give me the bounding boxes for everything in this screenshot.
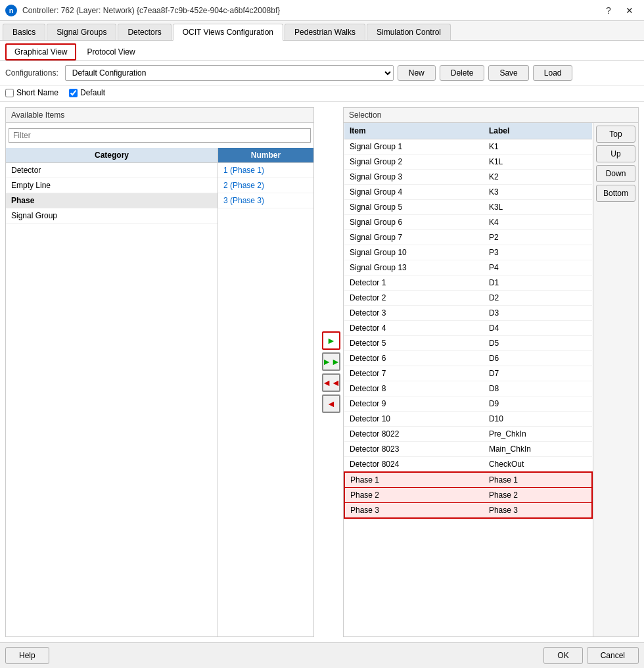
table-row[interactable]: Signal Group 10P3 (344, 245, 592, 260)
filter-input[interactable] (9, 128, 311, 143)
row-item-cell: Signal Group 2 (344, 155, 484, 170)
table-row[interactable]: Detector 1D1 (344, 275, 592, 291)
arrow-left-icon: ◄ (327, 398, 336, 409)
add-all-button[interactable]: ►► (322, 352, 340, 371)
row-label-cell: K3L (484, 200, 592, 215)
help-button[interactable]: Help (5, 647, 49, 664)
category-header: Category (6, 148, 218, 163)
table-row[interactable]: Signal Group 7P2 (344, 230, 592, 245)
row-label-cell: K3 (484, 185, 592, 200)
selection-table-container[interactable]: Item Label Signal Group 1K1Signal Group … (344, 123, 593, 636)
row-label-cell: D6 (484, 351, 592, 366)
short-name-option[interactable]: Short Name (5, 88, 58, 97)
config-select[interactable]: Default Configuration (65, 65, 394, 81)
tab-detectors[interactable]: Detectors (118, 24, 171, 40)
table-row[interactable]: Phase 3Phase 3 (344, 503, 592, 519)
number-column: Number 1 (Phase 1) 2 (Phase 2) 3 (Phase … (218, 148, 313, 636)
row-label-cell: D7 (484, 366, 592, 381)
table-row[interactable]: Detector 3D3 (344, 306, 592, 321)
title-bar: n Controller: 762 (Layer: Network) {c7ea… (0, 0, 644, 21)
new-button[interactable]: New (398, 65, 436, 81)
row-label-cell: K1 (484, 139, 592, 155)
short-name-checkbox[interactable] (5, 89, 14, 97)
table-row[interactable]: Signal Group 13P4 (344, 260, 592, 275)
table-row[interactable]: Signal Group 1K1 (344, 139, 592, 155)
table-row[interactable]: Detector 9D9 (344, 396, 592, 412)
selection-table-wrapper: Item Label Signal Group 1K1Signal Group … (344, 123, 638, 636)
row-item-cell: Phase 3 (344, 503, 484, 519)
top-button[interactable]: Top (596, 126, 635, 143)
row-label-cell: D2 (484, 291, 592, 306)
save-button[interactable]: Save (488, 65, 528, 81)
table-row[interactable]: Detector 4D4 (344, 321, 592, 336)
row-item-cell: Detector 4 (344, 321, 484, 336)
window-controls: ? ✕ (599, 3, 639, 18)
subtab-protocol-view[interactable]: Protocol View (78, 43, 144, 60)
table-row[interactable]: Detector 6D6 (344, 351, 592, 366)
category-signal-group[interactable]: Signal Group (6, 208, 218, 224)
down-button[interactable]: Down (596, 165, 635, 182)
row-label-cell: Phase 1 (484, 472, 592, 488)
table-row[interactable]: Detector 10D10 (344, 412, 592, 427)
tab-ocit-views[interactable]: OCIT Views Configuration (173, 24, 283, 41)
filter-container (6, 123, 313, 148)
table-row[interactable]: Detector 8023Main_ChkIn (344, 442, 592, 457)
bottom-button[interactable]: Bottom (596, 185, 635, 202)
available-items-header: Available Items (6, 108, 313, 123)
table-row[interactable]: Detector 8D8 (344, 381, 592, 396)
category-detector[interactable]: Detector (6, 163, 218, 178)
add-selected-button[interactable]: ► (322, 331, 340, 350)
row-label-cell: Phase 3 (484, 503, 592, 519)
tab-basics[interactable]: Basics (3, 24, 45, 40)
table-row[interactable]: Signal Group 6K4 (344, 215, 592, 230)
remove-selected-button[interactable]: ◄ (322, 394, 340, 413)
row-label-cell: Main_ChkIn (484, 442, 592, 457)
table-row[interactable]: Detector 7D7 (344, 366, 592, 381)
table-row[interactable]: Detector 5D5 (344, 336, 592, 351)
table-row[interactable]: Detector 2D2 (344, 291, 592, 306)
category-phase[interactable]: Phase (6, 193, 218, 208)
delete-button[interactable]: Delete (440, 65, 485, 81)
number-phase3[interactable]: 3 (Phase 3) (218, 193, 313, 208)
tab-simulation[interactable]: Simulation Control (367, 24, 451, 40)
category-empty-line[interactable]: Empty Line (6, 178, 218, 193)
row-item-cell: Phase 1 (344, 472, 484, 488)
default-option[interactable]: Default (69, 88, 105, 97)
up-button[interactable]: Up (596, 145, 635, 162)
close-button[interactable]: ✕ (620, 3, 639, 18)
remove-all-button[interactable]: ◄◄ (322, 373, 340, 392)
load-button[interactable]: Load (533, 65, 573, 81)
row-item-cell: Phase 2 (344, 488, 484, 503)
window-title: Controller: 762 (Layer: Network) {c7eaa8… (22, 6, 599, 15)
cancel-button[interactable]: Cancel (587, 647, 639, 664)
table-row[interactable]: Signal Group 5K3L (344, 200, 592, 215)
help-button[interactable]: ? (599, 3, 618, 18)
row-item-cell: Detector 8023 (344, 442, 484, 457)
table-row[interactable]: Signal Group 3K2 (344, 170, 592, 185)
app-icon: n (5, 5, 17, 16)
row-label-cell: D9 (484, 396, 592, 412)
row-label-cell: CheckOut (484, 457, 592, 473)
selection-header: Selection (344, 108, 638, 123)
table-row[interactable]: Phase 2Phase 2 (344, 488, 592, 503)
default-checkbox[interactable] (69, 89, 78, 97)
table-row[interactable]: Detector 8024CheckOut (344, 457, 592, 473)
category-column: Category Detector Empty Line Phase Signa… (6, 148, 218, 636)
table-row[interactable]: Signal Group 2K1L (344, 155, 592, 170)
row-label-cell: Pre_ChkIn (484, 427, 592, 442)
table-row[interactable]: Signal Group 4K3 (344, 185, 592, 200)
tab-signal-groups[interactable]: Signal Groups (47, 24, 116, 40)
subtab-graphical-view[interactable]: Graphical View (5, 43, 76, 60)
number-phase1[interactable]: 1 (Phase 1) (218, 163, 313, 178)
options-row: Short Name Default (0, 85, 644, 102)
middle-controls: ► ►► ◄◄ ◄ (319, 107, 343, 637)
table-row[interactable]: Phase 1Phase 1 (344, 472, 592, 488)
tab-pedestrian[interactable]: Pedestrian Walks (285, 24, 365, 40)
number-phase2[interactable]: 2 (Phase 2) (218, 178, 313, 193)
table-row[interactable]: Detector 8022Pre_ChkIn (344, 427, 592, 442)
row-item-cell: Detector 5 (344, 336, 484, 351)
row-item-cell: Signal Group 1 (344, 139, 484, 155)
ok-button[interactable]: OK (543, 647, 582, 664)
content-area: Available Items Category Detector Empty … (0, 102, 644, 642)
double-arrow-left-icon: ◄◄ (322, 377, 340, 388)
